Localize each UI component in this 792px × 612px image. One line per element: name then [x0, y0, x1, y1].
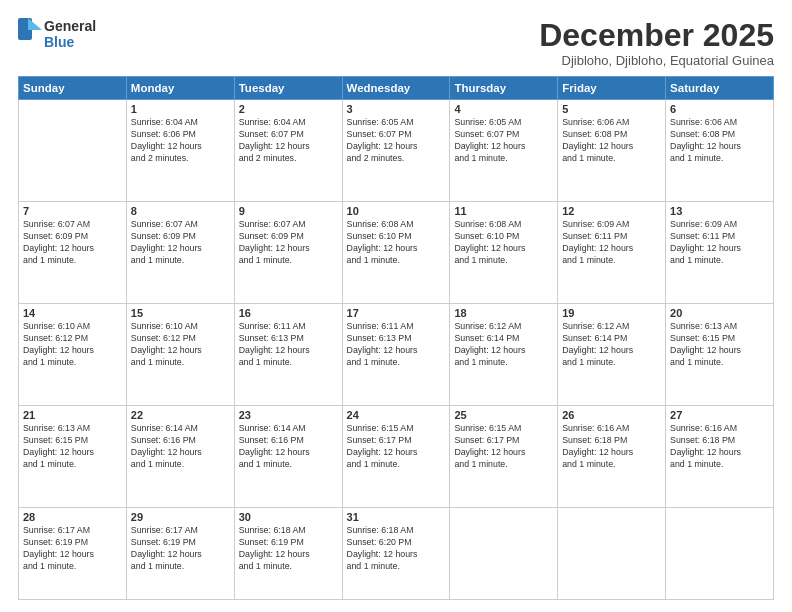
day-number: 29: [131, 511, 230, 523]
day-number: 5: [562, 103, 661, 115]
day-content: Sunrise: 6:15 AMSunset: 6:17 PMDaylight:…: [454, 423, 553, 471]
calendar-cell: 26Sunrise: 6:16 AMSunset: 6:18 PMDayligh…: [558, 406, 666, 508]
logo-text-general: General: [44, 18, 96, 34]
day-number: 17: [347, 307, 446, 319]
calendar-cell: 15Sunrise: 6:10 AMSunset: 6:12 PMDayligh…: [126, 304, 234, 406]
day-number: 1: [131, 103, 230, 115]
calendar-cell: 29Sunrise: 6:17 AMSunset: 6:19 PMDayligh…: [126, 508, 234, 600]
logo-text-blue: Blue: [44, 34, 96, 50]
calendar-week-5: 28Sunrise: 6:17 AMSunset: 6:19 PMDayligh…: [19, 508, 774, 600]
location: Djibloho, Djibloho, Equatorial Guinea: [539, 53, 774, 68]
calendar-cell: 14Sunrise: 6:10 AMSunset: 6:12 PMDayligh…: [19, 304, 127, 406]
day-content: Sunrise: 6:09 AMSunset: 6:11 PMDaylight:…: [670, 219, 769, 267]
calendar-cell: [19, 100, 127, 202]
day-content: Sunrise: 6:16 AMSunset: 6:18 PMDaylight:…: [562, 423, 661, 471]
calendar-cell: 8Sunrise: 6:07 AMSunset: 6:09 PMDaylight…: [126, 202, 234, 304]
calendar-week-4: 21Sunrise: 6:13 AMSunset: 6:15 PMDayligh…: [19, 406, 774, 508]
calendar-cell: 21Sunrise: 6:13 AMSunset: 6:15 PMDayligh…: [19, 406, 127, 508]
day-content: Sunrise: 6:05 AMSunset: 6:07 PMDaylight:…: [347, 117, 446, 165]
day-number: 28: [23, 511, 122, 523]
logo: General Blue: [18, 18, 96, 50]
day-number: 8: [131, 205, 230, 217]
day-number: 25: [454, 409, 553, 421]
day-content: Sunrise: 6:18 AMSunset: 6:19 PMDaylight:…: [239, 525, 338, 573]
day-content: Sunrise: 6:15 AMSunset: 6:17 PMDaylight:…: [347, 423, 446, 471]
calendar-cell: 17Sunrise: 6:11 AMSunset: 6:13 PMDayligh…: [342, 304, 450, 406]
day-number: 23: [239, 409, 338, 421]
calendar-cell: 19Sunrise: 6:12 AMSunset: 6:14 PMDayligh…: [558, 304, 666, 406]
weekday-header-wednesday: Wednesday: [342, 77, 450, 100]
day-content: Sunrise: 6:10 AMSunset: 6:12 PMDaylight:…: [131, 321, 230, 369]
calendar-cell: 13Sunrise: 6:09 AMSunset: 6:11 PMDayligh…: [666, 202, 774, 304]
calendar-cell: 11Sunrise: 6:08 AMSunset: 6:10 PMDayligh…: [450, 202, 558, 304]
day-content: Sunrise: 6:08 AMSunset: 6:10 PMDaylight:…: [347, 219, 446, 267]
day-content: Sunrise: 6:05 AMSunset: 6:07 PMDaylight:…: [454, 117, 553, 165]
day-number: 26: [562, 409, 661, 421]
weekday-header-thursday: Thursday: [450, 77, 558, 100]
day-number: 3: [347, 103, 446, 115]
calendar-week-3: 14Sunrise: 6:10 AMSunset: 6:12 PMDayligh…: [19, 304, 774, 406]
day-number: 7: [23, 205, 122, 217]
calendar-cell: 20Sunrise: 6:13 AMSunset: 6:15 PMDayligh…: [666, 304, 774, 406]
calendar-cell: 12Sunrise: 6:09 AMSunset: 6:11 PMDayligh…: [558, 202, 666, 304]
page: General Blue December 2025 Djibloho, Dji…: [0, 0, 792, 612]
calendar-cell: 7Sunrise: 6:07 AMSunset: 6:09 PMDaylight…: [19, 202, 127, 304]
title-block: December 2025 Djibloho, Djibloho, Equato…: [539, 18, 774, 68]
day-content: Sunrise: 6:07 AMSunset: 6:09 PMDaylight:…: [131, 219, 230, 267]
calendar-cell: 5Sunrise: 6:06 AMSunset: 6:08 PMDaylight…: [558, 100, 666, 202]
day-content: Sunrise: 6:17 AMSunset: 6:19 PMDaylight:…: [23, 525, 122, 573]
calendar-cell: 10Sunrise: 6:08 AMSunset: 6:10 PMDayligh…: [342, 202, 450, 304]
day-number: 27: [670, 409, 769, 421]
calendar-cell: 28Sunrise: 6:17 AMSunset: 6:19 PMDayligh…: [19, 508, 127, 600]
calendar-cell: 4Sunrise: 6:05 AMSunset: 6:07 PMDaylight…: [450, 100, 558, 202]
calendar-cell: 16Sunrise: 6:11 AMSunset: 6:13 PMDayligh…: [234, 304, 342, 406]
day-content: Sunrise: 6:09 AMSunset: 6:11 PMDaylight:…: [562, 219, 661, 267]
day-content: Sunrise: 6:14 AMSunset: 6:16 PMDaylight:…: [131, 423, 230, 471]
day-number: 14: [23, 307, 122, 319]
calendar-cell: 31Sunrise: 6:18 AMSunset: 6:20 PMDayligh…: [342, 508, 450, 600]
day-number: 24: [347, 409, 446, 421]
day-number: 19: [562, 307, 661, 319]
day-number: 15: [131, 307, 230, 319]
calendar-cell: [666, 508, 774, 600]
calendar-week-1: 1Sunrise: 6:04 AMSunset: 6:06 PMDaylight…: [19, 100, 774, 202]
day-content: Sunrise: 6:07 AMSunset: 6:09 PMDaylight:…: [239, 219, 338, 267]
day-content: Sunrise: 6:13 AMSunset: 6:15 PMDaylight:…: [23, 423, 122, 471]
day-number: 30: [239, 511, 338, 523]
day-content: Sunrise: 6:11 AMSunset: 6:13 PMDaylight:…: [239, 321, 338, 369]
calendar-week-2: 7Sunrise: 6:07 AMSunset: 6:09 PMDaylight…: [19, 202, 774, 304]
day-content: Sunrise: 6:10 AMSunset: 6:12 PMDaylight:…: [23, 321, 122, 369]
weekday-header-tuesday: Tuesday: [234, 77, 342, 100]
calendar-cell: 3Sunrise: 6:05 AMSunset: 6:07 PMDaylight…: [342, 100, 450, 202]
day-content: Sunrise: 6:08 AMSunset: 6:10 PMDaylight:…: [454, 219, 553, 267]
day-number: 16: [239, 307, 338, 319]
day-content: Sunrise: 6:04 AMSunset: 6:06 PMDaylight:…: [131, 117, 230, 165]
day-content: Sunrise: 6:11 AMSunset: 6:13 PMDaylight:…: [347, 321, 446, 369]
month-title: December 2025: [539, 18, 774, 53]
header: General Blue December 2025 Djibloho, Dji…: [18, 18, 774, 68]
day-number: 31: [347, 511, 446, 523]
day-number: 10: [347, 205, 446, 217]
calendar-table: SundayMondayTuesdayWednesdayThursdayFrid…: [18, 76, 774, 600]
weekday-header-friday: Friday: [558, 77, 666, 100]
day-content: Sunrise: 6:07 AMSunset: 6:09 PMDaylight:…: [23, 219, 122, 267]
calendar-cell: 2Sunrise: 6:04 AMSunset: 6:07 PMDaylight…: [234, 100, 342, 202]
day-number: 22: [131, 409, 230, 421]
day-content: Sunrise: 6:16 AMSunset: 6:18 PMDaylight:…: [670, 423, 769, 471]
day-number: 12: [562, 205, 661, 217]
weekday-header-sunday: Sunday: [19, 77, 127, 100]
day-content: Sunrise: 6:06 AMSunset: 6:08 PMDaylight:…: [562, 117, 661, 165]
calendar-cell: 24Sunrise: 6:15 AMSunset: 6:17 PMDayligh…: [342, 406, 450, 508]
calendar-cell: [558, 508, 666, 600]
day-content: Sunrise: 6:18 AMSunset: 6:20 PMDaylight:…: [347, 525, 446, 573]
day-number: 4: [454, 103, 553, 115]
day-number: 18: [454, 307, 553, 319]
weekday-header-monday: Monday: [126, 77, 234, 100]
day-number: 6: [670, 103, 769, 115]
calendar-cell: 18Sunrise: 6:12 AMSunset: 6:14 PMDayligh…: [450, 304, 558, 406]
calendar-cell: 23Sunrise: 6:14 AMSunset: 6:16 PMDayligh…: [234, 406, 342, 508]
day-content: Sunrise: 6:12 AMSunset: 6:14 PMDaylight:…: [454, 321, 553, 369]
calendar-cell: 22Sunrise: 6:14 AMSunset: 6:16 PMDayligh…: [126, 406, 234, 508]
weekday-header-saturday: Saturday: [666, 77, 774, 100]
day-content: Sunrise: 6:14 AMSunset: 6:16 PMDaylight:…: [239, 423, 338, 471]
